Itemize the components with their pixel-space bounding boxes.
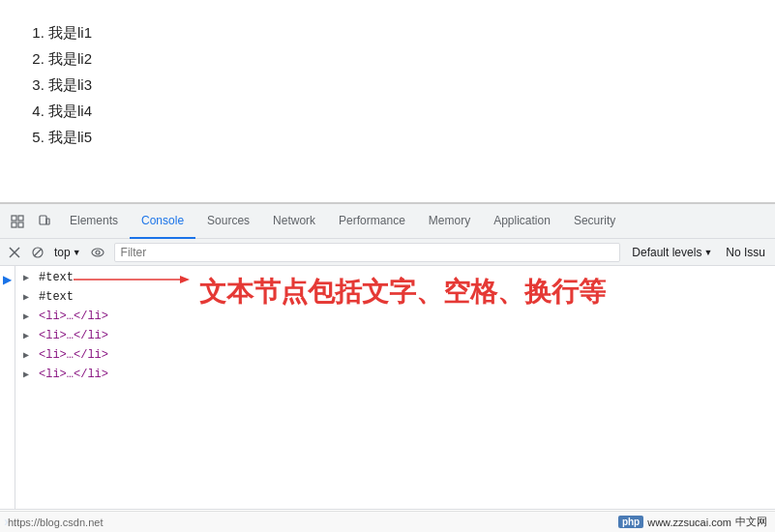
svg-marker-13 [180,276,190,283]
dropdown-arrow-icon: ▼ [73,248,81,257]
svg-point-10 [92,249,104,256]
tab-elements[interactable]: Elements [58,204,130,239]
php-badge: php [618,516,643,528]
tab-console[interactable]: Console [130,204,195,239]
tab-sources[interactable]: Sources [195,204,261,239]
footer-url: https://blog.csdn.net [8,517,103,528]
console-tree: ▶ #text ▶ #text ▶ <li>…</li> ▶ <li>…</li… [15,266,775,509]
tree-item-li-2[interactable]: ▶ <li>…</li> [15,326,775,345]
tab-performance[interactable]: Performance [327,204,417,239]
tree-item-li-4[interactable]: ▶ <li>…</li> [15,365,775,384]
svg-rect-5 [46,219,49,224]
svg-rect-3 [18,222,23,227]
devtools-tab-bar: Elements Console Sources Network Perform… [0,204,775,239]
tab-network[interactable]: Network [261,204,327,239]
tab-memory[interactable]: Memory [417,204,482,239]
inspector-icon[interactable] [4,208,31,235]
footer-site: www.zzsucai.com [647,517,731,528]
footer-badge-label: 中文网 [735,515,767,529]
gutter-arrow-1[interactable]: ▶ [0,270,15,289]
tree-expand-arrow-1: ▶ [23,272,35,283]
ordered-list: 我是li1 我是li2 我是li3 我是li4 我是li5 [29,19,746,150]
tree-expand-arrow-6: ▶ [23,369,35,380]
tree-expand-arrow-3: ▶ [23,310,35,322]
console-toolbar: top ▼ Default levels ▼ No Issu [0,239,775,266]
tree-expand-arrow-5: ▶ [23,349,35,361]
tree-expand-arrow-2: ▶ [23,291,35,303]
list-item-1: 我是li1 [48,19,746,45]
annotation-arrow-svg [74,274,190,285]
svg-rect-1 [18,216,23,221]
eye-icon[interactable] [87,242,108,263]
tab-security[interactable]: Security [562,204,627,239]
default-levels-arrow-icon: ▼ [703,248,712,257]
device-toggle-icon[interactable] [31,208,58,235]
annotation-text: 文本节点包括文字、空格、换行等 [199,274,606,310]
clear-console-icon[interactable] [4,242,25,263]
left-gutter: ▶ [0,266,15,509]
footer-right: php www.zzsucai.com 中文网 [618,515,767,529]
main-content: 我是li1 我是li2 我是li3 我是li4 我是li5 [0,0,775,203]
default-levels-button[interactable]: Default levels ▼ [626,243,718,262]
no-filter-icon[interactable] [27,242,48,263]
console-content: ▶ ▶ #text ▶ #text ▶ <li>…</li> ▶ [0,266,775,509]
tree-item-li-3[interactable]: ▶ <li>…</li> [15,345,775,365]
devtools-panel: Elements Console Sources Network Perform… [0,203,775,532]
svg-rect-0 [12,216,16,221]
list-item-5: 我是li5 [48,124,746,150]
svg-point-11 [96,251,100,254]
list-item-2: 我是li2 [48,45,746,72]
tab-application[interactable]: Application [482,204,562,239]
no-issues-button[interactable]: No Issu [720,243,771,262]
context-selector[interactable]: top ▼ [50,243,85,262]
svg-rect-2 [12,222,16,227]
svg-line-9 [34,249,42,256]
tree-expand-arrow-4: ▶ [23,330,35,341]
footer: https://blog.csdn.net php www.zzsucai.co… [0,511,775,532]
list-item-3: 我是li3 [48,72,746,98]
filter-input[interactable] [114,243,621,262]
list-item-4: 我是li4 [48,98,746,124]
svg-rect-4 [40,216,46,224]
